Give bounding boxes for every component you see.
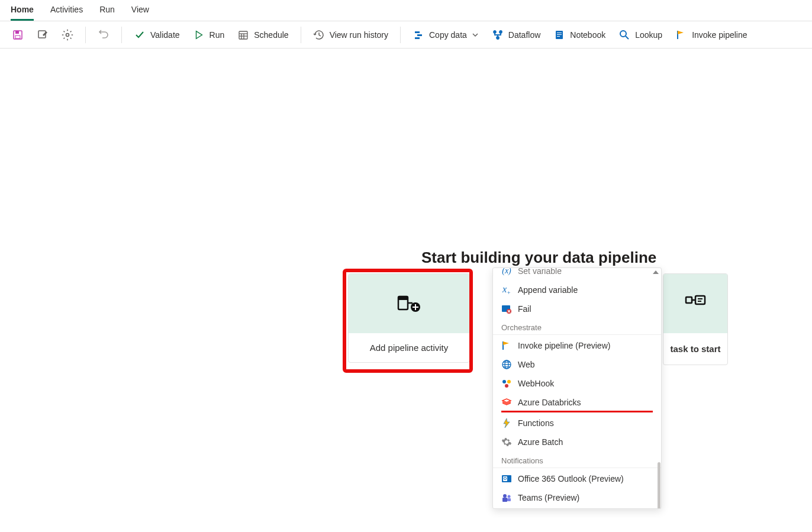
separator [85,27,86,43]
menu-item-set-variable[interactable]: (x) Set variable [493,268,661,280]
lookup-label: Lookup [635,30,662,40]
separator [400,27,401,43]
tile2-label: task to start [663,333,727,365]
outlook-icon: O [501,473,512,484]
copy-data-button[interactable]: Copy data [408,27,484,43]
svg-rect-25 [686,297,692,303]
activity-dropdown: (x) Set variable x+ Append variable Fail… [492,267,662,509]
variable-icon: (x) [501,268,512,276]
databricks-icon [501,397,512,408]
toolbar: Validate Run Schedule View run history C… [0,21,812,49]
svg-rect-15 [557,34,562,35]
history-button[interactable]: View run history [308,27,393,43]
menu-item-functions[interactable]: Functions [493,414,661,433]
item-label: Set variable [518,268,562,276]
schedule-button[interactable]: Schedule [233,27,293,43]
svg-point-39 [505,384,508,388]
svg-point-11 [500,31,502,33]
undo-button[interactable] [93,27,114,43]
menu-item-azure-databricks[interactable]: Azure Databricks [493,393,661,412]
dataflow-icon [492,29,504,41]
dataflow-button[interactable]: Dataflow [487,27,545,43]
notebook-button[interactable]: Notebook [549,27,610,43]
svg-point-37 [502,380,506,383]
annotation-highlight [343,269,473,373]
invoke-pipeline-button[interactable]: Invoke pipeline [671,27,752,43]
tab-bar: Home Activities Run View [0,0,812,21]
notebook-icon [553,29,565,41]
start-heading: Start building your data pipeline [421,249,656,267]
scroll-up-arrow[interactable] [653,270,659,274]
menu-item-azure-batch[interactable]: Azure Batch [493,433,661,452]
svg-rect-14 [557,33,562,33]
menu-item-web[interactable]: Web [493,355,661,374]
menu-item-append-variable[interactable]: x+ Append variable [493,280,661,299]
tab-activities[interactable]: Activities [50,0,83,21]
pipeline-canvas[interactable]: Start building your data pipeline Add pi… [0,49,812,527]
item-label: Invoke pipeline (Preview) [518,341,610,350]
globe-icon [501,359,512,370]
fail-icon [501,304,512,314]
item-label: Web [518,360,535,369]
item-label: Teams (Preview) [518,493,579,502]
svg-line-18 [626,36,629,39]
calendar-icon [237,29,249,41]
svg-point-10 [494,31,496,33]
menu-item-outlook[interactable]: O Office 365 Outlook (Preview) [493,469,661,488]
svg-rect-1 [15,31,19,34]
svg-point-38 [507,380,511,383]
task-tile-partial[interactable]: task to start [663,273,728,365]
separator [301,27,301,43]
run-button[interactable]: Run [188,27,230,43]
tab-run[interactable]: Run [99,0,115,21]
menu-item-teams[interactable]: Teams (Preview) [493,488,661,507]
svg-rect-2 [15,36,20,38]
flag-icon [501,340,512,351]
chevron-down-icon [472,29,479,41]
menu-item-webhook[interactable]: WebHook [493,374,661,393]
history-icon [313,29,325,41]
notebook-label: Notebook [570,30,605,40]
item-label: Azure Batch [518,437,563,447]
item-label: Fail [518,304,531,314]
save-button[interactable] [7,27,28,43]
svg-rect-16 [557,36,560,37]
section-orchestrate: Orchestrate [493,318,661,335]
teams-icon [501,492,512,503]
svg-point-44 [508,495,511,498]
validate-label: Validate [150,30,180,40]
svg-rect-45 [502,498,507,502]
search-icon [618,29,630,41]
menu-item-fail[interactable]: Fail [493,299,661,318]
tile2-icon-area [663,274,727,333]
svg-text:O: O [504,476,507,481]
section-notifications: Notifications [493,452,661,468]
save-as-button[interactable] [32,27,53,43]
menu-item-invoke-pipeline[interactable]: Invoke pipeline (Preview) [493,336,661,355]
flag-icon [675,29,687,41]
gear-icon [62,29,73,41]
svg-point-4 [66,33,69,36]
task-icon [685,295,706,312]
tab-view[interactable]: View [131,0,149,21]
svg-rect-5 [239,31,247,39]
functions-icon [501,418,512,428]
lookup-button[interactable]: Lookup [614,27,667,43]
tab-home[interactable]: Home [11,0,34,21]
svg-point-12 [497,37,499,39]
validate-button[interactable]: Validate [129,27,185,43]
gear-icon [501,437,512,447]
history-label: View run history [330,30,388,40]
item-label: Office 365 Outlook (Preview) [518,474,624,483]
save-icon [12,29,24,41]
settings-button[interactable] [57,27,78,43]
copy-data-icon [413,29,424,41]
scrollbar-thumb[interactable] [658,462,660,509]
dropdown-scroll[interactable]: (x) Set variable x+ Append variable Fail… [493,268,661,508]
schedule-label: Schedule [254,30,288,40]
check-icon [134,29,146,41]
item-label: Functions [518,418,554,428]
save-edit-icon [37,29,49,41]
variable-plus-icon: x+ [501,285,512,295]
svg-point-17 [620,31,626,37]
